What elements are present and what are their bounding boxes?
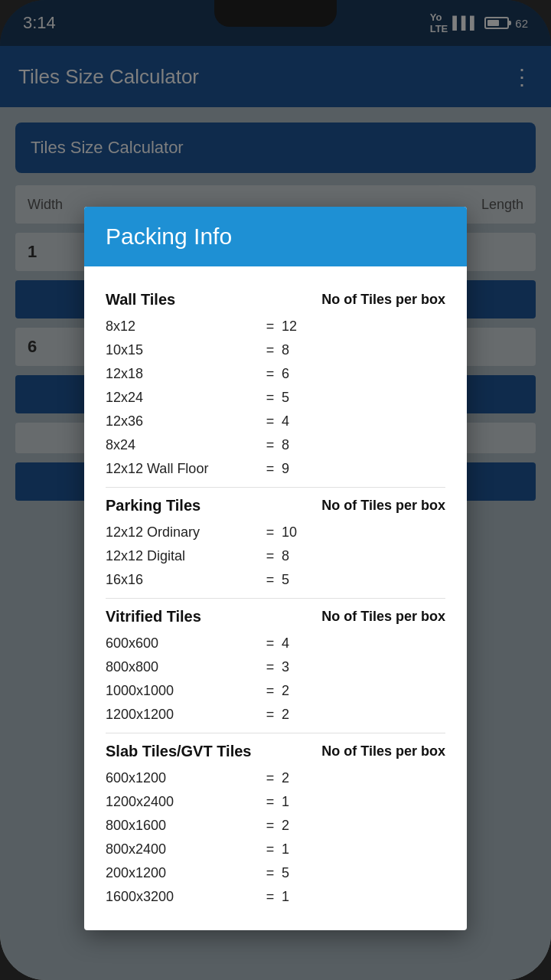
table-row: 800x2400 = 1 — [106, 838, 445, 861]
divider — [106, 733, 445, 733]
dialog-body: Wall Tiles No of Tiles per box 8x12 = 12… — [84, 266, 467, 930]
divider — [106, 598, 445, 599]
parking-tiles-title: Parking Tiles — [106, 497, 201, 514]
wall-tiles-col-header: No of Tiles per box — [321, 292, 445, 308]
vitrified-tiles-section-header: Vitrified Tiles No of Tiles per box — [106, 608, 445, 626]
table-row: 16x16 = 5 — [106, 568, 445, 592]
notch — [214, 0, 337, 27]
table-row: 10x15 = 8 — [106, 338, 445, 362]
wall-tiles-rows: 8x12 = 12 10x15 = 8 12x18 = 6 12x24 = — [106, 315, 445, 481]
table-row: 12x12 Wall Floor = 9 — [106, 457, 445, 481]
divider — [106, 487, 445, 488]
table-row: 12x24 = 5 — [106, 386, 445, 410]
parking-tiles-section-header: Parking Tiles No of Tiles per box — [106, 497, 445, 514]
table-row: 12x12 Digital = 8 — [106, 544, 445, 568]
wall-tiles-title: Wall Tiles — [106, 291, 175, 309]
slab-tiles-title: Slab Tiles/GVT Tiles — [106, 743, 251, 760]
vitrified-tiles-title: Vitrified Tiles — [106, 608, 201, 626]
phone-frame: 3:14 YoLTE ▌▌▌ 62 Tiles Size Calculator … — [0, 0, 551, 980]
table-row: 1000x1000 = 2 — [106, 679, 445, 703]
table-row: 1600x3200 = 1 — [106, 885, 445, 909]
slab-tiles-rows: 600x1200 = 2 1200x2400 = 1 800x1600 = 2 … — [106, 766, 445, 909]
table-row: 800x1600 = 2 — [106, 814, 445, 838]
parking-tiles-rows: 12x12 Ordinary = 10 12x12 Digital = 8 16… — [106, 521, 445, 592]
table-row: 600x600 = 4 — [106, 632, 445, 655]
slab-tiles-col-header: No of Tiles per box — [321, 743, 445, 760]
table-row: 8x12 = 12 — [106, 315, 445, 338]
table-row: 200x1200 = 5 — [106, 861, 445, 885]
wall-tiles-section-header: Wall Tiles No of Tiles per box — [106, 291, 445, 309]
table-row: 12x18 = 6 — [106, 362, 445, 386]
table-row: 600x1200 = 2 — [106, 766, 445, 790]
table-row: 1200x1200 = 2 — [106, 703, 445, 727]
table-row: 800x800 = 3 — [106, 655, 445, 679]
dialog-header: Packing Info — [84, 207, 467, 266]
vitrified-tiles-col-header: No of Tiles per box — [321, 609, 445, 625]
table-row: 1200x2400 = 1 — [106, 790, 445, 814]
parking-tiles-col-header: No of Tiles per box — [321, 498, 445, 514]
slab-tiles-section-header: Slab Tiles/GVT Tiles No of Tiles per box — [106, 743, 445, 760]
packing-info-dialog: Packing Info Wall Tiles No of Tiles per … — [84, 207, 467, 930]
table-row: 12x12 Ordinary = 10 — [106, 521, 445, 544]
table-row: 8x24 = 8 — [106, 433, 445, 457]
vitrified-tiles-rows: 600x600 = 4 800x800 = 3 1000x1000 = 2 12… — [106, 632, 445, 727]
table-row: 12x36 = 4 — [106, 410, 445, 433]
dialog-title: Packing Info — [106, 224, 232, 249]
